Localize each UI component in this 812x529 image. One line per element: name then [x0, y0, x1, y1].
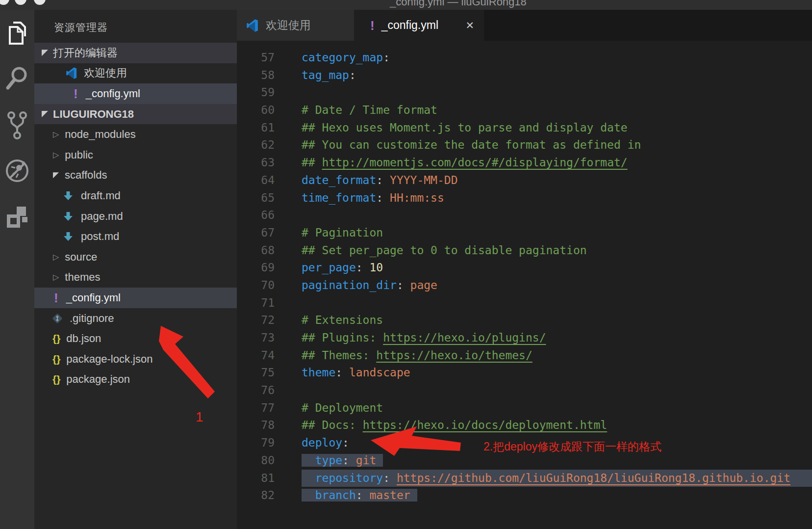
code-line[interactable]: # Date / Time format: [275, 102, 812, 119]
git-icon: [51, 312, 64, 325]
code-line[interactable]: per_page: 10: [275, 259, 812, 277]
line-number: 66: [237, 207, 275, 224]
tree-folder-node-modules[interactable]: ▷ node_modules: [34, 124, 237, 145]
search-icon[interactable]: [0, 65, 34, 93]
tree-folder-scaffolds[interactable]: scaffolds: [34, 165, 237, 186]
code-link[interactable]: https://github.com/liuGuiRong18/liuGuiRo…: [397, 472, 790, 484]
code-line[interactable]: ## Hexo uses Moment.js to parse and disp…: [275, 119, 812, 137]
code-line[interactable]: ## Set per_page to 0 to disable paginati…: [275, 242, 812, 260]
close-icon[interactable]: ✕: [465, 20, 474, 31]
tree-file-package-json[interactable]: {} package.json: [34, 370, 237, 390]
vscode-logo-icon: [66, 67, 78, 79]
line-number: 63: [237, 154, 275, 172]
traffic-light-zoom-icon[interactable]: [34, 0, 46, 5]
chevron-collapsed-icon[interactable]: ▷: [53, 253, 59, 261]
code-line[interactable]: ## You can customize the date format as …: [275, 136, 812, 154]
json-icon: {}: [52, 353, 60, 365]
chevron-collapsed-icon[interactable]: ▷: [53, 273, 59, 281]
tab-welcome[interactable]: 欢迎使用: [237, 10, 354, 41]
chevron-collapsed-icon[interactable]: ▷: [53, 131, 59, 138]
line-number: 59: [237, 84, 275, 102]
code-line[interactable]: pagination_dir: page: [275, 277, 812, 294]
chevron-expanded-icon[interactable]: [42, 50, 48, 56]
code-line[interactable]: time_format: HH:mm:ss: [275, 189, 812, 207]
tree-file-config-yml[interactable]: ! _config.yml: [34, 288, 237, 308]
editor-group: 欢迎使用 ! _config.yml ✕ 57category_map: 58t…: [237, 10, 812, 529]
line-number: 81: [237, 470, 275, 487]
tree-file-db-json[interactable]: {} db.json: [34, 328, 237, 349]
open-editors-section-header[interactable]: 打开的编辑器: [34, 43, 237, 63]
code-line[interactable]: theme: landscape: [275, 364, 812, 382]
code-line[interactable]: ## http://momentjs.com/docs/#/displaying…: [275, 154, 812, 172]
code-line[interactable]: # Pagination: [275, 224, 812, 242]
line-number: 77: [237, 399, 275, 417]
line-number: 79: [237, 434, 275, 452]
code-line[interactable]: deploy:: [275, 434, 812, 452]
tree-file-draft-md[interactable]: draft.md: [34, 185, 237, 206]
tab-config-yml[interactable]: ! _config.yml ✕: [354, 10, 484, 41]
json-icon: {}: [52, 373, 60, 385]
code-line[interactable]: ## Themes: https://hexo.io/themes/: [275, 347, 812, 365]
debug-icon[interactable]: [0, 158, 34, 184]
line-number: 58: [237, 67, 275, 84]
line-number: 76: [237, 382, 275, 399]
yaml-warning-icon: !: [74, 87, 78, 100]
vscode-logo-icon: [247, 19, 259, 32]
line-number: 75: [237, 364, 275, 382]
window-title: _config.yml — liuGuiRong18: [390, 0, 527, 8]
code-link[interactable]: https://hexo.io/docs/deployment.html: [363, 419, 608, 431]
code-line[interactable]: [275, 84, 812, 102]
line-number: 65: [237, 189, 275, 207]
project-section-header[interactable]: LIUGUIRONG18: [34, 104, 237, 125]
code-line[interactable]: [275, 382, 812, 399]
code-line[interactable]: date_format: YYYY-MM-DD: [275, 172, 812, 189]
code-editor[interactable]: 57category_map: 58tag_map: 59 60# Date /…: [237, 41, 812, 529]
chevron-expanded-icon[interactable]: [42, 111, 48, 117]
activity-bar: [0, 10, 34, 529]
code-line[interactable]: [275, 207, 812, 224]
line-number: 57: [237, 49, 275, 67]
tree-file-post-md[interactable]: post.md: [34, 226, 237, 247]
line-number: 67: [237, 224, 275, 242]
line-number: 68: [237, 242, 275, 260]
chevron-expanded-icon[interactable]: [53, 172, 59, 178]
yaml-warning-icon: !: [54, 291, 58, 304]
code-link[interactable]: https://hexo.io/plugins/: [383, 331, 546, 344]
tree-file-page-md[interactable]: page.md: [34, 206, 237, 227]
code-line[interactable]: category_map:: [275, 49, 812, 67]
tree-folder-source[interactable]: ▷ source: [34, 247, 237, 267]
line-number: 72: [237, 312, 275, 329]
code-line[interactable]: # Deployment: [275, 399, 812, 417]
code-line[interactable]: [275, 294, 812, 312]
code-link[interactable]: https://hexo.io/themes/: [376, 349, 533, 362]
source-control-icon[interactable]: [0, 111, 34, 140]
tree-file-package-lock-json[interactable]: {} package-lock.json: [34, 349, 237, 370]
code-line[interactable]: ## Plugins: https://hexo.io/plugins/: [275, 329, 812, 347]
chevron-collapsed-icon[interactable]: ▷: [53, 151, 59, 159]
open-editor-item-config[interactable]: ! _config.yml: [34, 83, 237, 104]
tab-bar: 欢迎使用 ! _config.yml ✕: [237, 10, 812, 41]
traffic-light-close-icon[interactable]: [0, 0, 9, 5]
line-number: 73: [237, 329, 275, 347]
line-number: 78: [237, 417, 275, 434]
line-number: 60: [237, 102, 275, 119]
markdown-icon: [63, 212, 73, 221]
traffic-light-minimize-icon[interactable]: [15, 0, 26, 5]
tree-folder-themes[interactable]: ▷ themes: [34, 267, 237, 288]
explorer-icon[interactable]: [0, 21, 34, 47]
code-line[interactable]: branch: master: [275, 487, 812, 504]
code-link[interactable]: http://momentjs.com/docs/#/displaying/fo…: [322, 156, 628, 169]
sidebar-explorer: 资源管理器 打开的编辑器 欢迎使用 ! _config.yml: [34, 10, 237, 529]
tree-folder-public[interactable]: ▷ public: [34, 145, 237, 165]
markdown-icon: [63, 232, 73, 241]
code-line[interactable]: repository: https://github.com/liuGuiRon…: [275, 470, 812, 487]
code-line[interactable]: type: git: [275, 452, 812, 470]
open-editor-item-welcome[interactable]: 欢迎使用: [34, 63, 237, 84]
code-line[interactable]: tag_map:: [275, 67, 812, 84]
code-line[interactable]: # Extensions: [275, 312, 812, 329]
extensions-icon[interactable]: [0, 205, 34, 230]
tree-file-gitignore[interactable]: .gitignore: [34, 308, 237, 329]
line-number: 80: [237, 452, 275, 470]
code-line[interactable]: ## Docs: https://hexo.io/docs/deployment…: [275, 417, 812, 434]
title-bar: _config.yml — liuGuiRong18: [0, 0, 812, 10]
